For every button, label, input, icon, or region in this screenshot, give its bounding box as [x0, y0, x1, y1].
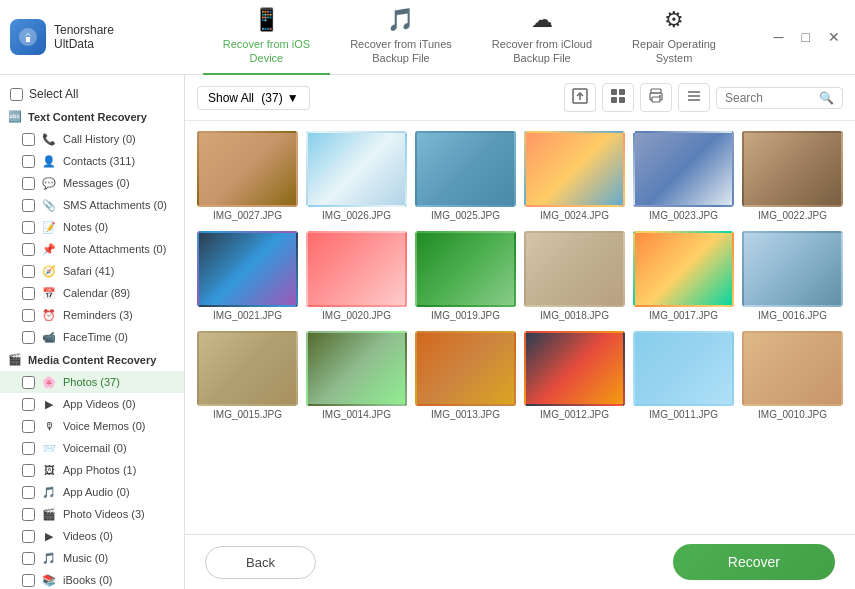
back-button[interactable]: Back	[205, 546, 316, 579]
sidebar-item-app-audio[interactable]: 🎵 App Audio (0)	[0, 481, 184, 503]
note-attach-checkbox[interactable]	[22, 243, 35, 256]
tab-icloud[interactable]: ☁ Recover from iCloudBackup File	[472, 0, 612, 75]
sidebar-item-contacts[interactable]: 👤 Contacts (311)	[0, 150, 184, 172]
reminders-label: Reminders (3)	[63, 309, 133, 321]
app-photos-checkbox[interactable]	[22, 464, 35, 477]
sidebar-item-photo-videos[interactable]: 🎬 Photo Videos (3)	[0, 503, 184, 525]
show-all-button[interactable]: Show All (37) ▼	[197, 86, 310, 110]
sidebar-item-reminders[interactable]: ⏰ Reminders (3)	[0, 304, 184, 326]
minimize-button[interactable]: ─	[769, 27, 789, 47]
sidebar-item-notes[interactable]: 📝 Notes (0)	[0, 216, 184, 238]
photo-item[interactable]: IMG_0012.JPG	[524, 331, 625, 421]
photo-item[interactable]: IMG_0015.JPG	[197, 331, 298, 421]
photo-item[interactable]: IMG_0014.JPG	[306, 331, 407, 421]
photo-item[interactable]: IMG_0025.JPG	[415, 131, 516, 221]
sidebar-item-videos[interactable]: ▶ Videos (0)	[0, 525, 184, 547]
sms-checkbox[interactable]	[22, 199, 35, 212]
select-all-checkbox[interactable]	[10, 88, 23, 101]
photo-item[interactable]: IMG_0019.JPG	[415, 231, 516, 321]
sidebar-item-voice-memos[interactable]: 🎙 Voice Memos (0)	[0, 415, 184, 437]
photo-item[interactable]: IMG_0020.JPG	[306, 231, 407, 321]
voicemail-checkbox[interactable]	[22, 442, 35, 455]
photo-thumbnail	[633, 231, 734, 307]
section-media-recovery[interactable]: 🎬 Media Content Recovery	[0, 348, 184, 371]
tab-itunes-label: Recover from iTunesBackup File	[350, 37, 452, 66]
photo-item[interactable]: IMG_0021.JPG	[197, 231, 298, 321]
music-checkbox[interactable]	[22, 552, 35, 565]
photo-filename: IMG_0017.JPG	[633, 310, 734, 321]
export-button[interactable]	[564, 83, 596, 112]
calendar-checkbox[interactable]	[22, 287, 35, 300]
photo-item[interactable]: IMG_0026.JPG	[306, 131, 407, 221]
sidebar-item-music[interactable]: 🎵 Music (0)	[0, 547, 184, 569]
photo-filename: IMG_0011.JPG	[633, 409, 734, 420]
sidebar-item-ibooks[interactable]: 📚 iBooks (0)	[0, 569, 184, 589]
photo-item[interactable]: IMG_0022.JPG	[742, 131, 843, 221]
app-videos-icon: ▶	[41, 396, 57, 412]
photo-item[interactable]: IMG_0011.JPG	[633, 331, 734, 421]
photo-item[interactable]: IMG_0023.JPG	[633, 131, 734, 221]
search-box: 🔍	[716, 87, 843, 109]
safari-checkbox[interactable]	[22, 265, 35, 278]
contacts-checkbox[interactable]	[22, 155, 35, 168]
recover-button[interactable]: Recover	[673, 544, 835, 580]
sidebar-item-safari[interactable]: 🧭 Safari (41)	[0, 260, 184, 282]
photo-item[interactable]: IMG_0017.JPG	[633, 231, 734, 321]
photo-item[interactable]: IMG_0016.JPG	[742, 231, 843, 321]
grid-view-button[interactable]	[602, 83, 634, 112]
photo-thumbnail	[197, 231, 298, 307]
svg-rect-4	[611, 89, 617, 95]
tab-ios[interactable]: 📱 Recover from iOSDevice	[203, 0, 330, 75]
photo-filename: IMG_0013.JPG	[415, 409, 516, 420]
voice-memos-label: Voice Memos (0)	[63, 420, 146, 432]
logo-text: Tenorshare UltData	[54, 23, 114, 51]
sidebar-item-calendar[interactable]: 📅 Calendar (89)	[0, 282, 184, 304]
photo-item[interactable]: IMG_0018.JPG	[524, 231, 625, 321]
sidebar-item-voicemail[interactable]: 📨 Voicemail (0)	[0, 437, 184, 459]
sidebar-item-note-attachments[interactable]: 📌 Note Attachments (0)	[0, 238, 184, 260]
photo-item[interactable]: IMG_0010.JPG	[742, 331, 843, 421]
tab-itunes[interactable]: 🎵 Recover from iTunesBackup File	[330, 0, 472, 75]
brand-name: Tenorshare	[54, 23, 114, 37]
sidebar-item-sms-attachments[interactable]: 📎 SMS Attachments (0)	[0, 194, 184, 216]
notes-checkbox[interactable]	[22, 221, 35, 234]
header: Tenorshare UltData 📱 Recover from iOSDev…	[0, 0, 855, 75]
print-button[interactable]	[640, 83, 672, 112]
photo-thumbnail	[197, 131, 298, 207]
sidebar-item-photos[interactable]: 🌸 Photos (37)	[0, 371, 184, 393]
voice-memos-checkbox[interactable]	[22, 420, 35, 433]
photo-item[interactable]: IMG_0013.JPG	[415, 331, 516, 421]
list-view-button[interactable]	[678, 83, 710, 112]
sidebar-item-app-photos[interactable]: 🖼 App Photos (1)	[0, 459, 184, 481]
sidebar-item-messages[interactable]: 💬 Messages (0)	[0, 172, 184, 194]
svg-rect-5	[619, 89, 625, 95]
photos-checkbox[interactable]	[22, 376, 35, 389]
ibooks-checkbox[interactable]	[22, 574, 35, 587]
facetime-icon: 📹	[41, 329, 57, 345]
sidebar-item-facetime[interactable]: 📹 FaceTime (0)	[0, 326, 184, 348]
app-audio-label: App Audio (0)	[63, 486, 130, 498]
close-button[interactable]: ✕	[823, 27, 845, 47]
maximize-button[interactable]: □	[797, 27, 815, 47]
photo-videos-checkbox[interactable]	[22, 508, 35, 521]
app-videos-checkbox[interactable]	[22, 398, 35, 411]
select-all-row[interactable]: Select All	[0, 83, 184, 105]
app-photos-label: App Photos (1)	[63, 464, 136, 476]
search-input[interactable]	[725, 91, 815, 105]
section-text-recovery[interactable]: 🔤 Text Content Recovery	[0, 105, 184, 128]
safari-icon: 🧭	[41, 263, 57, 279]
call-history-checkbox[interactable]	[22, 133, 35, 146]
photo-item[interactable]: IMG_0027.JPG	[197, 131, 298, 221]
photo-filename: IMG_0016.JPG	[742, 310, 843, 321]
tab-repair[interactable]: ⚙ Repair OperatingSystem	[612, 0, 736, 75]
photo-item[interactable]: IMG_0024.JPG	[524, 131, 625, 221]
sidebar-item-call-history[interactable]: 📞 Call History (0)	[0, 128, 184, 150]
reminders-checkbox[interactable]	[22, 309, 35, 322]
music-label: Music (0)	[63, 552, 108, 564]
sidebar-item-app-videos[interactable]: ▶ App Videos (0)	[0, 393, 184, 415]
app-audio-checkbox[interactable]	[22, 486, 35, 499]
messages-checkbox[interactable]	[22, 177, 35, 190]
facetime-checkbox[interactable]	[22, 331, 35, 344]
photo-filename: IMG_0027.JPG	[197, 210, 298, 221]
videos-checkbox[interactable]	[22, 530, 35, 543]
